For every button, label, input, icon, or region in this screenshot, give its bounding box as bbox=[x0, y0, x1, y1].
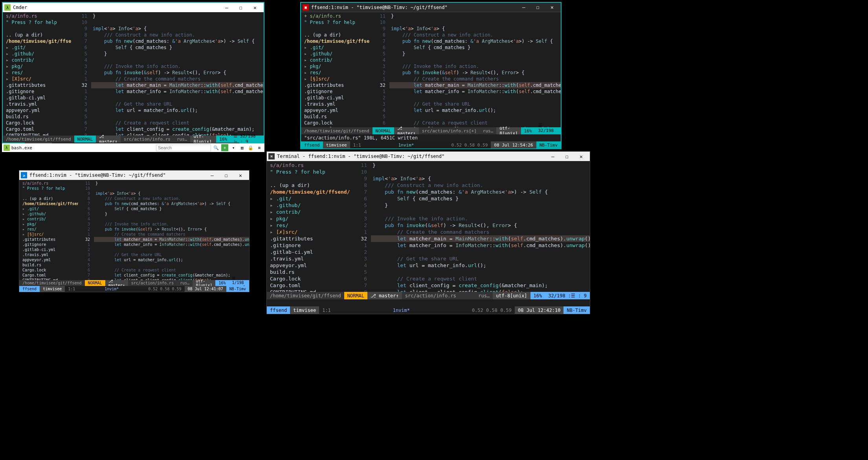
tree-file[interactable]: Cargo.lock bbox=[267, 275, 351, 282]
tree-dir[interactable]: ▸ .github/ bbox=[3, 51, 72, 57]
tree-dir[interactable]: ▸ pkg/ bbox=[19, 222, 78, 227]
tree-dir[interactable]: ▸ [X]src/ bbox=[3, 76, 72, 82]
vim-message bbox=[267, 299, 590, 306]
tree-dir[interactable]: ▸ [§]src/ bbox=[301, 76, 370, 82]
window-title: Terminal - ffsend:1:nvim - "timvisee@NB-… bbox=[277, 154, 444, 159]
file-tree[interactable]: s/a/info.rs " Press ? for help .. (up a … bbox=[267, 161, 351, 292]
tree-dir[interactable]: ▸ .github/ bbox=[301, 51, 370, 57]
code-area[interactable]: } impl<'a> Info<'a> { /// Construct a ne… bbox=[91, 12, 264, 136]
tree-dir[interactable]: ▸ .git/ bbox=[3, 44, 72, 51]
tree-file[interactable]: .gitignore bbox=[19, 242, 78, 247]
tree-file[interactable]: .travis.yml bbox=[267, 255, 351, 262]
tree-file[interactable]: Cargo.toml bbox=[267, 282, 351, 289]
tree-file[interactable]: CONTRIBUTING.md bbox=[3, 132, 72, 136]
tab-icon: λ bbox=[4, 145, 10, 151]
cmder-toolbar[interactable]: λ bash.exe 🔍 + ▾ ▥ 🔒 ≡ bbox=[2, 143, 264, 152]
maximize-button[interactable]: ☐ bbox=[560, 152, 574, 161]
minimize-button[interactable]: — bbox=[220, 3, 234, 12]
app-icon: ▣ bbox=[303, 4, 309, 11]
minimize-button[interactable]: — bbox=[546, 152, 560, 161]
tree-file[interactable]: appveyor.yml bbox=[3, 107, 72, 114]
tree-dir[interactable]: ▸ [✗]src/ bbox=[267, 229, 351, 235]
tree-file[interactable]: .gitattributes bbox=[3, 82, 72, 88]
tree-dir[interactable]: ▸ contrib/ bbox=[301, 57, 370, 63]
tree-dir[interactable]: ▸ .git/ bbox=[19, 206, 78, 211]
tree-file[interactable]: .gitattributes bbox=[267, 235, 351, 242]
maximize-button[interactable]: ☐ bbox=[234, 3, 248, 12]
window-title: ffsend:1:nvim - "timvisee@NB-Timv: ~/git… bbox=[311, 5, 448, 10]
tree-dir[interactable]: ▸ pkg/ bbox=[3, 63, 72, 70]
tree-file[interactable]: .gitignore bbox=[3, 88, 72, 95]
minimize-button[interactable]: — bbox=[205, 170, 219, 180]
app-icon: λ bbox=[4, 4, 11, 11]
tree-dir[interactable]: ▸ contrib/ bbox=[19, 216, 78, 222]
tree-file[interactable]: build.rs bbox=[301, 114, 370, 120]
tree-dir[interactable]: ▸ pkg/ bbox=[267, 215, 351, 222]
tree-file[interactable]: build.rs bbox=[19, 262, 78, 268]
tree-file[interactable]: Cargo.lock bbox=[3, 120, 72, 126]
tree-dir[interactable]: ▸ .github/ bbox=[19, 211, 78, 216]
close-button[interactable]: ✕ bbox=[233, 170, 248, 180]
tree-dir[interactable]: ▸ res/ bbox=[301, 70, 370, 76]
search-button[interactable]: 🔍 bbox=[213, 144, 220, 151]
tree-dir[interactable]: ▸ .github/ bbox=[267, 202, 351, 209]
file-tree[interactable]: + s/a/info.rs " Press ? for help .. (up … bbox=[301, 12, 370, 127]
titlebar[interactable]: λ Cmder — ☐ ✕ bbox=[3, 3, 264, 12]
tree-dir[interactable]: ▸ res/ bbox=[19, 227, 78, 232]
panel-icon[interactable]: ▥ bbox=[239, 144, 246, 151]
tree-file[interactable]: appveyor.yml bbox=[19, 257, 78, 262]
tree-file[interactable]: build.rs bbox=[267, 269, 351, 275]
tree-dir[interactable]: ▸ contrib/ bbox=[267, 209, 351, 215]
tree-dir[interactable]: ▸ .git/ bbox=[267, 195, 351, 202]
tree-dir[interactable]: ▸ contrib/ bbox=[3, 57, 72, 63]
tree-file[interactable]: .gitignore bbox=[301, 88, 370, 95]
titlebar[interactable]: ⌘ Terminal - ffsend:1:nvim - "timvisee@N… bbox=[267, 152, 590, 161]
add-tab-button[interactable]: + bbox=[221, 144, 228, 151]
app-icon: ≥ bbox=[21, 172, 27, 178]
maximize-button[interactable]: ☐ bbox=[531, 3, 545, 12]
titlebar[interactable]: ≥ ffsend:1:nvim - "timvisee@NB-Timv: ~/g… bbox=[19, 170, 249, 180]
statusbar-vim: /home/timvisee/git/ffsend NORMAL ⎇ maste… bbox=[301, 127, 561, 134]
window-nvim-3: ≥ ffsend:1:nvim - "timvisee@NB-Timv: ~/g… bbox=[19, 170, 250, 292]
tree-file[interactable]: CONTRIBUTING.md bbox=[267, 289, 351, 292]
tree-file[interactable]: .gitattributes bbox=[19, 237, 78, 242]
tree-file[interactable]: Cargo.toml bbox=[19, 273, 78, 278]
code-area[interactable]: } impl<'a> Info<'a> { /// Construct a ne… bbox=[371, 161, 590, 292]
tree-file[interactable]: .travis.yml bbox=[301, 101, 370, 107]
tree-file[interactable]: Cargo.lock bbox=[301, 120, 370, 126]
tree-dir[interactable]: ▸ res/ bbox=[267, 222, 351, 229]
tree-file[interactable]: .gitattributes bbox=[301, 82, 370, 88]
tree-file[interactable]: .gitlab-ci.yml bbox=[267, 249, 351, 255]
tree-file[interactable]: Cargo.lock bbox=[19, 268, 78, 273]
tree-dir[interactable]: ▸ [§]src/ bbox=[19, 232, 78, 237]
search-input[interactable] bbox=[156, 145, 211, 151]
menu-icon[interactable]: ≡ bbox=[256, 144, 263, 151]
close-button[interactable]: ✕ bbox=[248, 3, 262, 12]
code-area[interactable]: } impl<'a> Info<'a> { /// Construct a ne… bbox=[94, 180, 249, 280]
tree-file[interactable]: .gitignore bbox=[267, 242, 351, 249]
file-tree[interactable]: s/a/info.rs " Press ? for help .. (up a … bbox=[19, 180, 78, 280]
tree-file[interactable]: build.rs bbox=[3, 114, 72, 120]
titlebar[interactable]: ▣ ffsend:1:nvim - "timvisee@NB-Timv: ~/g… bbox=[301, 3, 561, 12]
tree-file[interactable]: .travis.yml bbox=[19, 252, 78, 257]
maximize-button[interactable]: ☐ bbox=[219, 170, 233, 180]
file-tree[interactable]: s/a/info.rs " Press ? for help .. (up a … bbox=[3, 12, 72, 136]
tree-file[interactable]: .gitlab-ci.yml bbox=[301, 95, 370, 101]
tree-file[interactable]: appveyor.yml bbox=[267, 262, 351, 269]
tree-file[interactable]: .travis.yml bbox=[3, 101, 72, 107]
tree-dir[interactable]: ▸ res/ bbox=[3, 70, 72, 76]
tree-file[interactable]: Cargo.toml bbox=[3, 126, 72, 132]
lock-icon[interactable]: 🔒 bbox=[247, 144, 254, 151]
tree-dir[interactable]: ▸ pkg/ bbox=[301, 63, 370, 70]
code-area[interactable]: } impl<'a> Info<'a> { /// Construct a ne… bbox=[389, 12, 561, 127]
close-button[interactable]: ✕ bbox=[545, 3, 559, 12]
close-button[interactable]: ✕ bbox=[574, 152, 588, 161]
tree-file[interactable]: appveyor.yml bbox=[301, 107, 370, 114]
dropdown-icon[interactable]: ▾ bbox=[230, 144, 237, 151]
line-gutter: 11109876543213212345678910111213 bbox=[72, 12, 91, 136]
tab-label[interactable]: bash.exe bbox=[11, 145, 32, 150]
minimize-button[interactable]: — bbox=[517, 3, 531, 12]
tree-file[interactable]: .gitlab-ci.yml bbox=[19, 247, 78, 252]
tree-file[interactable]: .gitlab-ci.yml bbox=[3, 95, 72, 101]
tree-dir[interactable]: ▸ .git/ bbox=[301, 44, 370, 51]
